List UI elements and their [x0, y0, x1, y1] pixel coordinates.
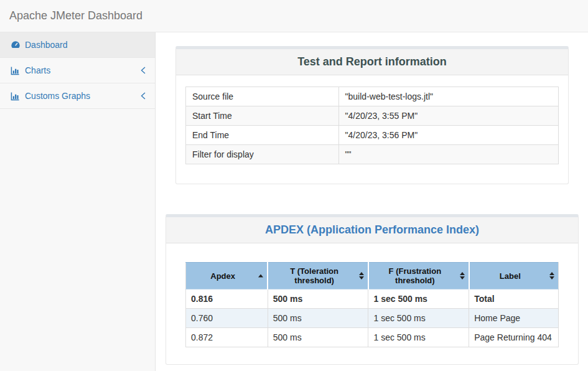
info-value: "4/20/23, 3:55 PM" — [338, 106, 558, 126]
bar-chart-icon — [10, 66, 21, 75]
sidebar-item-charts[interactable]: Charts — [0, 58, 155, 83]
sidebar: Dashboard Charts Customs Graphs — [0, 32, 156, 371]
frustration-value: 1 sec 500 ms — [368, 328, 469, 347]
apdex-panel: APDEX (Application Performance Index) Ap… — [166, 214, 579, 365]
main-content: Test and Report information Source file … — [156, 46, 588, 365]
label-value: Page Returning 404 — [469, 328, 559, 347]
info-value: "" — [338, 145, 558, 164]
table-row: Source file "build-web-test-logs.jtl" — [186, 87, 559, 106]
test-report-info-body: Source file "build-web-test-logs.jtl" St… — [176, 75, 568, 184]
bar-chart-icon — [10, 92, 21, 101]
table-row: 0.816 500 ms 1 sec 500 ms Total — [186, 289, 559, 309]
apdex-heading: APDEX (Application Performance Index) — [166, 217, 578, 243]
test-report-info-panel: Test and Report information Source file … — [175, 46, 569, 184]
sort-both-icon — [460, 272, 465, 279]
test-report-info-heading: Test and Report information — [176, 49, 568, 75]
sidebar-item-label: Customs Graphs — [25, 91, 90, 101]
info-value: "4/20/23, 3:56 PM" — [338, 126, 558, 145]
info-label: End Time — [186, 126, 339, 145]
apdex-header-row: Apdex T (Toleration threshold) F (Frustr… — [186, 263, 559, 289]
table-row: End Time "4/20/23, 3:56 PM" — [186, 126, 559, 145]
sort-both-icon — [359, 272, 364, 279]
frustration-value: 1 sec 500 ms — [368, 289, 469, 309]
sidebar-item-customs-graphs[interactable]: Customs Graphs — [0, 83, 155, 109]
sidebar-item-label: Charts — [25, 65, 50, 75]
table-row: 0.872 500 ms 1 sec 500 ms Page Returning… — [186, 328, 559, 347]
app-title: Apache JMeter Dashboard — [9, 9, 142, 22]
label-value: Total — [469, 289, 559, 309]
sidebar-item-label: Dashboard — [25, 40, 68, 50]
test-report-info-title: Test and Report information — [297, 55, 447, 68]
column-header-toleration[interactable]: T (Toleration threshold) — [268, 263, 368, 289]
info-label: Source file — [186, 87, 339, 106]
chevron-left-icon — [140, 92, 146, 100]
sort-asc-icon — [258, 275, 263, 278]
top-navbar: Apache JMeter Dashboard — [0, 0, 588, 32]
gauge-icon — [10, 40, 21, 50]
sort-both-icon — [549, 272, 554, 279]
column-header-label[interactable]: Label — [469, 263, 559, 289]
apdex-value: 0.872 — [186, 328, 268, 347]
chevron-left-icon — [140, 67, 146, 74]
apdex-title: APDEX (Application Performance Index) — [265, 223, 479, 237]
label-value: Home Page — [469, 309, 559, 328]
apdex-body: Apdex T (Toleration threshold) F (Frustr… — [166, 243, 578, 364]
apdex-table: Apdex T (Toleration threshold) F (Frustr… — [185, 262, 559, 347]
sidebar-item-dashboard[interactable]: Dashboard — [0, 32, 155, 58]
toleration-value: 500 ms — [268, 328, 368, 347]
test-report-info-table: Source file "build-web-test-logs.jtl" St… — [185, 87, 559, 164]
toleration-value: 500 ms — [268, 289, 368, 309]
table-row: Start Time "4/20/23, 3:55 PM" — [186, 106, 559, 126]
toleration-value: 500 ms — [268, 309, 368, 328]
column-header-apdex[interactable]: Apdex — [186, 263, 268, 289]
apdex-value: 0.760 — [186, 309, 268, 328]
info-label: Filter for display — [186, 145, 339, 164]
info-value: "build-web-test-logs.jtl" — [338, 87, 558, 106]
column-header-frustration[interactable]: F (Frustration threshold) — [368, 263, 469, 289]
table-row: 0.760 500 ms 1 sec 500 ms Home Page — [186, 309, 559, 328]
table-row: Filter for display "" — [186, 145, 559, 164]
frustration-value: 1 sec 500 ms — [368, 309, 469, 328]
apdex-value: 0.816 — [186, 289, 268, 309]
info-label: Start Time — [186, 106, 339, 126]
